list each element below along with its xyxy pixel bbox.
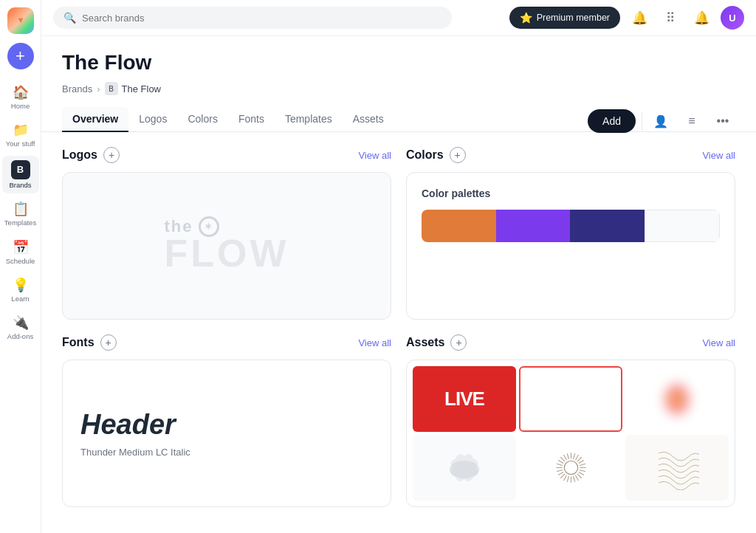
breadcrumb-separator: › xyxy=(97,83,100,94)
fonts-view-all[interactable]: View all xyxy=(358,337,391,348)
premium-button[interactable]: ⭐ Premium member xyxy=(509,7,620,29)
logos-section-header: Logos + View all xyxy=(62,147,391,163)
notifications-bell-button[interactable]: 🔔 xyxy=(628,6,651,30)
assets-card: LIVE xyxy=(406,360,735,507)
palette-title: Color palettes xyxy=(422,188,720,199)
brands-icon: B xyxy=(11,160,30,179)
svg-line-7 xyxy=(580,464,585,465)
sort-button[interactable]: ≡ xyxy=(679,109,704,134)
assets-section-header: Assets + View all xyxy=(406,334,735,351)
sidebar: + 🏠 Home 📁 Your stuff B Brands 📋 Templat… xyxy=(0,0,41,533)
header-divider xyxy=(642,112,642,130)
logos-view-all[interactable]: View all xyxy=(358,150,391,161)
color-swatch-3[interactable] xyxy=(570,210,645,242)
app-logo[interactable] xyxy=(7,7,34,34)
glow-effect xyxy=(662,381,692,418)
fonts-section-header: Fonts + View all xyxy=(62,334,391,351)
svg-line-24 xyxy=(563,455,566,460)
colors-view-all[interactable]: View all xyxy=(702,150,735,161)
addons-icon: 🔌 xyxy=(13,314,29,331)
asset-thumb-live[interactable]: LIVE xyxy=(413,366,516,432)
topbar: 🔍 ⭐ Premium member 🔔 ⠿ 🔔 U xyxy=(41,0,756,36)
svg-line-4 xyxy=(575,455,578,460)
content-area: Logos + View all the ✶ FLOW Colors xyxy=(41,132,756,522)
tab-colors[interactable]: Colors xyxy=(177,107,227,132)
create-button[interactable]: + xyxy=(7,43,34,69)
learn-icon: 💡 xyxy=(13,277,29,293)
sidebar-item-learn-label: Learn xyxy=(11,295,29,303)
user-avatar[interactable]: U xyxy=(721,6,744,30)
search-icon: 🔍 xyxy=(63,12,76,24)
add-button[interactable]: Add xyxy=(588,109,636,133)
header-actions: Add 👤 ≡ ••• xyxy=(588,109,735,134)
svg-line-12 xyxy=(575,475,578,481)
svg-line-6 xyxy=(578,460,583,463)
sidebar-item-templates[interactable]: 📋 Templates xyxy=(2,196,39,231)
tab-logos[interactable]: Logos xyxy=(128,107,177,132)
alert-icon: 🔔 xyxy=(694,10,709,26)
svg-line-22 xyxy=(558,460,563,463)
shadow-svg xyxy=(444,447,485,488)
breadcrumb-current-label: The Flow xyxy=(122,83,161,94)
apps-grid-button[interactable]: ⠿ xyxy=(659,6,682,30)
search-input[interactable] xyxy=(82,13,441,24)
colors-title-group: Colors + xyxy=(406,147,466,163)
sidebar-item-brands[interactable]: B Brands xyxy=(2,156,39,193)
font-header-preview: Header xyxy=(80,409,373,441)
asset-thumb-glow[interactable] xyxy=(625,366,729,432)
color-swatch-2[interactable] xyxy=(496,210,571,242)
share-button[interactable]: 👤 xyxy=(648,109,673,134)
breadcrumb: Brands › B The Flow xyxy=(62,82,735,95)
color-swatch-1[interactable] xyxy=(422,210,496,242)
main-content: 🔍 ⭐ Premium member 🔔 ⠿ 🔔 U The Flow Bran… xyxy=(41,0,756,533)
sort-icon: ≡ xyxy=(688,114,695,128)
search-bar[interactable]: 🔍 xyxy=(53,7,452,29)
topbar-right: ⭐ Premium member 🔔 ⠿ 🔔 U xyxy=(509,6,744,30)
sidebar-item-home[interactable]: 🏠 Home xyxy=(2,80,39,114)
tab-fonts[interactable]: Fonts xyxy=(228,107,275,132)
assets-view-all[interactable]: View all xyxy=(702,337,735,348)
asset-thumb-wave[interactable] xyxy=(625,435,729,501)
svg-line-21 xyxy=(557,464,563,465)
sidebar-item-schedule[interactable]: 📅 Schedule xyxy=(2,235,39,269)
logo-text-flow: FLOW xyxy=(164,231,289,275)
svg-line-16 xyxy=(563,475,566,481)
assets-add-button[interactable]: + xyxy=(450,334,467,351)
alerts-button[interactable]: 🔔 xyxy=(690,6,713,30)
tab-overview[interactable]: Overview xyxy=(62,107,128,132)
svg-line-25 xyxy=(567,453,568,459)
assets-section: Assets + View all LIVE xyxy=(406,334,735,507)
asset-thumb-shadow[interactable] xyxy=(413,435,516,501)
svg-line-19 xyxy=(557,470,563,472)
fonts-title: Fonts xyxy=(62,336,94,349)
svg-line-11 xyxy=(577,474,581,478)
sidebar-item-brands-label: Brands xyxy=(9,181,31,189)
asset-thumb-sunburst[interactable] xyxy=(519,435,622,501)
fonts-title-group: Fonts + xyxy=(62,334,117,351)
tab-templates[interactable]: Templates xyxy=(275,107,343,132)
page-header: The Flow Brands › B The Flow Add 👤 ≡ ••• xyxy=(41,36,756,95)
font-name: Thunder Medium LC Italic xyxy=(80,447,373,458)
sidebar-item-templates-label: Templates xyxy=(4,219,36,227)
tab-assets[interactable]: Assets xyxy=(343,107,394,132)
sidebar-item-your-stuff[interactable]: 📁 Your stuff xyxy=(2,117,39,152)
sidebar-item-schedule-label: Schedule xyxy=(6,257,35,265)
asset-thumb-red-border[interactable] xyxy=(519,366,622,432)
more-options-button[interactable]: ••• xyxy=(710,109,735,134)
breadcrumb-current: B The Flow xyxy=(105,82,161,95)
more-icon: ••• xyxy=(717,114,729,128)
sidebar-item-addons[interactable]: 🔌 Add-ons xyxy=(2,310,39,345)
assets-title: Assets xyxy=(406,336,444,349)
breadcrumb-brands-link[interactable]: Brands xyxy=(62,83,92,94)
colors-card: Color palettes xyxy=(406,172,735,320)
schedule-icon: 📅 xyxy=(13,239,29,255)
color-swatch-4[interactable] xyxy=(645,210,721,242)
premium-label: Premium member xyxy=(537,13,610,23)
fonts-add-button[interactable]: + xyxy=(100,334,117,351)
premium-icon: ⭐ xyxy=(520,12,532,24)
colors-add-button[interactable]: + xyxy=(450,147,466,163)
svg-line-23 xyxy=(560,457,565,461)
sidebar-item-learn[interactable]: 💡 Learn xyxy=(2,272,39,307)
your-stuff-icon: 📁 xyxy=(13,122,29,138)
logos-add-button[interactable]: + xyxy=(103,147,120,163)
